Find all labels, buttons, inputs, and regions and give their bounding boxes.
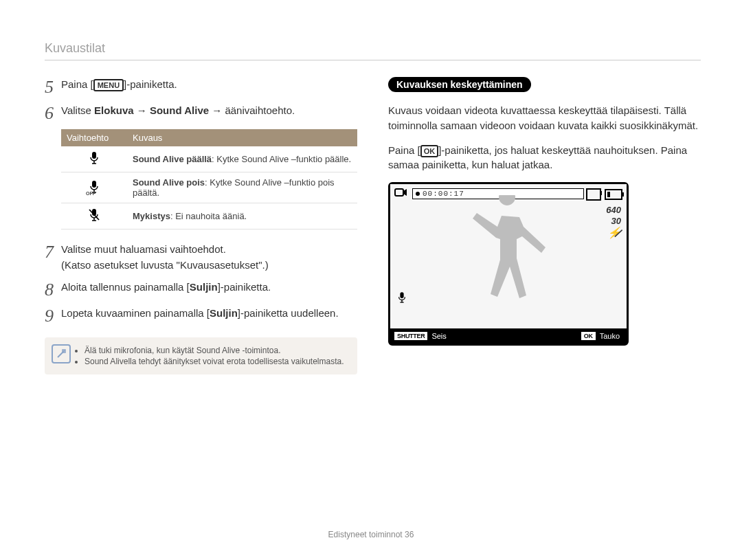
microphone-on-icon bbox=[89, 151, 100, 165]
step-5-number: 5 bbox=[45, 77, 61, 96]
note-1: Älä tuki mikrofonia, kun käytät Sound Al… bbox=[85, 346, 348, 355]
ok-footer-label: Tauko bbox=[600, 332, 620, 340]
microphone-off-icon: OFF bbox=[89, 180, 100, 194]
note-icon bbox=[52, 344, 71, 363]
right-column: Kuvauksen keskeyttäminen Kuvaus voidaan … bbox=[388, 77, 701, 374]
svg-rect-0 bbox=[92, 152, 96, 159]
step-6-arrow1: → bbox=[134, 104, 150, 116]
recording-timer: 00:00:17 bbox=[412, 188, 584, 199]
step-7-line1: Valitse muut haluamasi vaihtoehdot. bbox=[61, 242, 357, 258]
battery-icon bbox=[605, 189, 622, 200]
paragraph-1: Kuvaus voidaan videota kuvattaessa keske… bbox=[388, 103, 701, 133]
options-header-1: Vaihtoehto bbox=[61, 129, 127, 146]
step-7: 7 Valitse muut haluamasi vaihtoehdot. (K… bbox=[45, 242, 357, 273]
step-8-number: 8 bbox=[45, 280, 61, 299]
step-7-line2: (Katso asetukset luvusta "Kuvausasetukse… bbox=[61, 258, 357, 273]
option-desc-2: Sound Alive pois: Kytke Sound Alive –fun… bbox=[127, 172, 357, 203]
flash-off-icon: ⚡̷ bbox=[606, 226, 621, 239]
step-6: 6 Valitse Elokuva → Sound Alive → ääniva… bbox=[45, 103, 357, 122]
step-9-post: ]-painiketta uudelleen. bbox=[238, 307, 339, 319]
page-footer: Edistyneet toiminnot 36 bbox=[0, 530, 742, 539]
step-6-arrow2: → äänivaihtoehto. bbox=[209, 104, 295, 116]
camera-screen-illustration: 00:00:17 640 30 ⚡̷ bbox=[388, 182, 629, 346]
step-8-post: ]-painiketta. bbox=[218, 281, 271, 293]
option-icon-sound-on bbox=[61, 146, 127, 172]
options-table: Vaihtoehto Kuvaus Sound Alive päällä: Ky… bbox=[61, 129, 357, 229]
option-icon-sound-off: OFF bbox=[61, 172, 127, 203]
memory-card-icon bbox=[586, 188, 601, 201]
step-9-bold: Suljin bbox=[210, 307, 238, 319]
left-column: 5 Paina [MENU]-painiketta. 6 Valitse Elo… bbox=[45, 77, 357, 374]
step-5: 5 Paina [MENU]-painiketta. bbox=[45, 77, 357, 96]
step-9-number: 9 bbox=[45, 306, 61, 325]
person-silhouette-icon bbox=[459, 195, 562, 312]
step-9-pre: Lopeta kuvaaminen painamalla [ bbox=[61, 307, 210, 319]
paragraph-2: Paina [OK]-painiketta, jos haluat keskey… bbox=[388, 143, 701, 173]
ok-chip-icon: OK bbox=[420, 145, 439, 157]
menu-chip-icon: MENU bbox=[93, 79, 124, 91]
step-9: 9 Lopeta kuvaaminen painamalla [Suljin]-… bbox=[45, 306, 357, 325]
svg-rect-12 bbox=[395, 189, 403, 196]
step-6-bold1: Elokuva bbox=[94, 104, 134, 116]
step-8-pre: Aloita tallennus painamalla [ bbox=[61, 281, 190, 293]
ok-footer-chip: OK bbox=[581, 332, 596, 340]
video-mode-icon bbox=[394, 187, 408, 200]
option-desc-1: Sound Alive päällä: Kytke Sound Alive –f… bbox=[127, 146, 357, 172]
svg-rect-13 bbox=[400, 292, 403, 298]
svg-rect-3 bbox=[92, 181, 96, 188]
section-header: Kuvaustilat bbox=[45, 41, 701, 60]
subsection-pill: Kuvauksen keskeyttäminen bbox=[388, 77, 531, 92]
svg-line-10 bbox=[58, 350, 65, 357]
shutter-label: Seis bbox=[431, 332, 446, 340]
microphone-mute-icon bbox=[89, 208, 100, 222]
option-desc-3: Mykistys: Ei nauhoita ääniä. bbox=[127, 203, 357, 229]
record-dot-icon bbox=[416, 192, 420, 196]
camera-footer: SHUTTER Seis OK Tauko bbox=[390, 328, 627, 344]
resolution-label: 640 bbox=[606, 205, 621, 216]
option-icon-mute bbox=[61, 203, 127, 229]
step-7-number: 7 bbox=[45, 242, 61, 261]
fps-label: 30 bbox=[606, 216, 621, 227]
step-6-number: 6 bbox=[45, 103, 61, 122]
step-6-pre: Valitse bbox=[61, 104, 94, 116]
step-5-pre: Paina [ bbox=[61, 78, 93, 90]
shutter-chip: SHUTTER bbox=[394, 332, 427, 340]
step-8: 8 Aloita tallennus painamalla [Suljin]-p… bbox=[45, 280, 357, 299]
step-6-bold2: Sound Alive bbox=[150, 104, 209, 116]
step-8-bold: Suljin bbox=[190, 281, 218, 293]
step-5-post: ]-painiketta. bbox=[124, 78, 177, 90]
options-header-2: Kuvaus bbox=[127, 129, 357, 146]
note-2: Sound Alivella tehdyt äänitykset voivat … bbox=[85, 357, 348, 366]
mic-status-icon bbox=[397, 291, 407, 306]
note-box: Älä tuki mikrofonia, kun käytät Sound Al… bbox=[45, 337, 357, 374]
